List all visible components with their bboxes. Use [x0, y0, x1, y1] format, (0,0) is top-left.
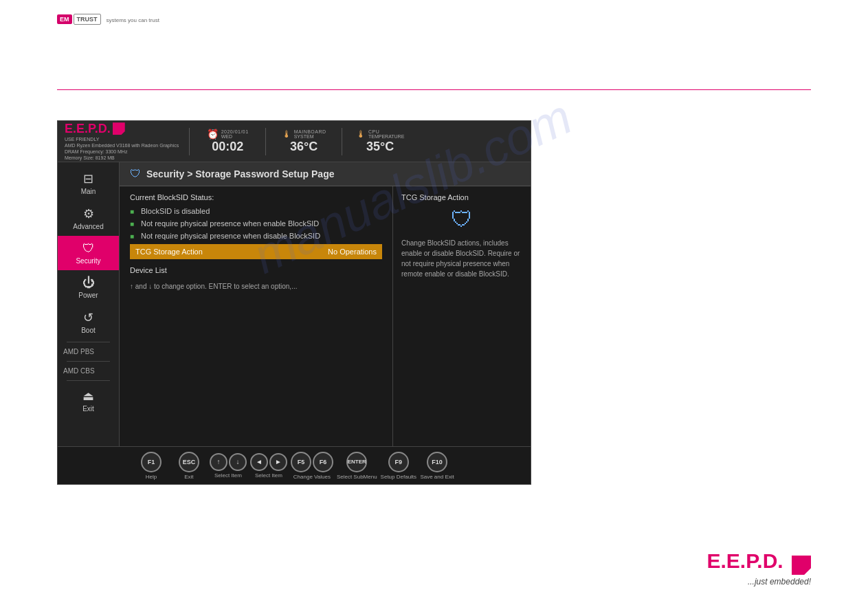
right-btn[interactable]: ► [269, 453, 287, 471]
menu-item-value-tcg: No Operations [328, 248, 377, 256]
nav-hint: ↑ and ↓ to change option. ENTER to selec… [130, 281, 382, 292]
bottom-logo-e2: E. [726, 549, 746, 572]
topbar-sep3 [342, 128, 342, 155]
sidebar-sep1 [67, 342, 109, 342]
funckey-esc[interactable]: ESC Exit [172, 452, 206, 480]
bios-topbar: E.E.P.D. USE FRIENDLY AMD Ryzen Embedded… [58, 121, 531, 162]
f6-btn[interactable]: F6 [313, 452, 333, 472]
mainboard-icon: 🌡 [282, 129, 291, 140]
logo-d: D. [98, 122, 111, 135]
sidebar-label-exit: Exit [82, 405, 94, 413]
funckey-enter[interactable]: ENTER Select SubMenu [337, 452, 377, 480]
f5-btn[interactable]: F5 [291, 452, 311, 472]
sidebar-item-security[interactable]: 🛡 Security [58, 236, 119, 270]
sidebar-item-exit[interactable]: ⏏ Exit [58, 383, 119, 418]
sidebar-item-amd-pbs[interactable]: AMD PBS [58, 344, 119, 359]
clock-block: ⏰ 2020/01/01 WED 00:02 [200, 129, 255, 154]
status-text-1: BlockSID is disabled [141, 207, 210, 215]
em-label: EM [57, 14, 72, 24]
f10-label: Save and Exit [420, 474, 454, 480]
bullet-2: ■ [130, 220, 137, 228]
menu-item-label-tcg: TCG Storage Action [135, 248, 203, 256]
mainboard-block: 🌡 MAINBOARD SYSTEM 36°C [276, 129, 331, 154]
logo-p: P. [88, 122, 98, 135]
f1-label: Help [146, 474, 157, 480]
f9-btn[interactable]: F9 [388, 452, 409, 472]
f5f6-label: Change Values [293, 474, 331, 480]
funckeys-bar: F1 Help ESC Exit ↑ ↓ Select Item ◄ ► Sel… [58, 446, 531, 484]
funckey-f9[interactable]: F9 Setup Defaults [381, 452, 416, 480]
bottom-logo: E.E.P.D. ...just embedded! [706, 549, 811, 586]
leftright-arrows[interactable]: ◄ ► [250, 453, 287, 471]
page-title: Security > Storage Password Setup Page [146, 168, 335, 179]
up-btn[interactable]: ↑ [210, 453, 227, 471]
clock-icon: ⏰ [207, 129, 219, 140]
funckey-f10[interactable]: F10 Save and Exit [420, 452, 454, 480]
cpu-temp: 35°C [366, 140, 394, 154]
power-icon: ⏻ [82, 276, 95, 290]
bottom-logo-p: P. [746, 549, 762, 572]
sidebar-item-advanced[interactable]: ⚙ Advanced [58, 201, 119, 236]
funckey-leftright: ◄ ► Select Item [250, 453, 287, 479]
updown-label: Select Item [214, 472, 242, 479]
em-trust-logo: EM TRUST [57, 14, 101, 25]
bottom-logo-icon [792, 556, 811, 575]
device-list-title: Device List [130, 266, 382, 274]
menu-item-tcg[interactable]: TCG Storage Action No Operations [130, 244, 382, 259]
status-text-3: Not require physical presence when disab… [141, 232, 320, 240]
top-header: EM TRUST systems you can trust [57, 14, 159, 25]
sidebar-label-security: Security [76, 257, 100, 265]
mainboard-temp: 36°C [290, 140, 318, 154]
bios-subtitle: USE FRIENDLY AMD Ryzen Embedded V3168 wi… [65, 136, 179, 161]
status-item-3: ■ Not require physical presence when dis… [130, 232, 382, 240]
sidebar-item-power[interactable]: ⏻ Power [58, 270, 119, 305]
bios-logo-icon [113, 122, 125, 135]
main-icon: ⊟ [83, 171, 93, 186]
info-label: TCG Storage Action [401, 193, 469, 201]
page-title-icon: 🛡 [130, 168, 141, 180]
status-text-2: Not require physical presence when enabl… [141, 219, 319, 228]
bios-body: ⊟ Main ⚙ Advanced 🛡 Security ⏻ Power ↺ B… [58, 162, 531, 446]
sidebar-item-amd-cbs[interactable]: AMD CBS [58, 364, 119, 378]
info-description: Change BlockSID actions, includes enable… [401, 238, 522, 279]
enter-label: Select SubMenu [337, 474, 377, 480]
shield-icon: 🛡 [451, 207, 473, 232]
page-title-bar: 🛡 Security > Storage Password Setup Page [120, 162, 531, 186]
bios-main: 🛡 Security > Storage Password Setup Page… [120, 162, 531, 446]
sidebar-item-main[interactable]: ⊟ Main [58, 166, 119, 201]
funckey-f1[interactable]: F1 Help [134, 452, 168, 480]
sidebar-sep2 [67, 361, 109, 362]
header-divider [57, 89, 811, 90]
f1-btn[interactable]: F1 [141, 452, 162, 472]
tagline: systems you can trust [107, 17, 159, 23]
funckey-updown: ↑ ↓ Select Item [210, 453, 247, 479]
sidebar-label-power: Power [78, 292, 98, 299]
esc-label: Exit [184, 474, 193, 480]
logo-e2: E. [76, 122, 88, 135]
f10-btn[interactable]: F10 [427, 452, 447, 472]
logo-e: E. [65, 122, 76, 135]
down-btn[interactable]: ↓ [229, 453, 247, 471]
boot-icon: ↺ [83, 310, 93, 325]
trust-label: TRUST [74, 14, 101, 25]
status-item-1: ■ BlockSID is disabled [130, 207, 382, 215]
bios-brand: E.E.P.D. USE FRIENDLY AMD Ryzen Embedded… [65, 122, 179, 161]
advanced-icon: ⚙ [83, 206, 94, 221]
topbar-sep2 [265, 128, 266, 155]
updown-arrows[interactable]: ↑ ↓ [210, 453, 247, 471]
section-title: Current BlockSID Status: [130, 193, 382, 201]
status-item-2: ■ Not require physical presence when ena… [130, 219, 382, 228]
topbar-sep1 [189, 128, 190, 155]
sidebar-label-advanced: Advanced [73, 223, 103, 230]
left-btn[interactable]: ◄ [250, 453, 268, 471]
cpu-block: 🌡 CPU TEMPERATURE 35°C [353, 129, 408, 154]
bullet-3: ■ [130, 232, 137, 240]
sidebar-item-boot[interactable]: ↺ Boot [58, 305, 119, 340]
esc-btn[interactable]: ESC [179, 452, 199, 472]
bios-container: E.E.P.D. USE FRIENDLY AMD Ryzen Embedded… [57, 120, 531, 485]
sidebar-label-boot: Boot [81, 327, 96, 334]
bottom-logo-e: E. [706, 549, 726, 572]
enter-btn[interactable]: ENTER [346, 452, 367, 472]
security-icon: 🛡 [82, 241, 95, 256]
cpu-icon: 🌡 [356, 129, 366, 140]
